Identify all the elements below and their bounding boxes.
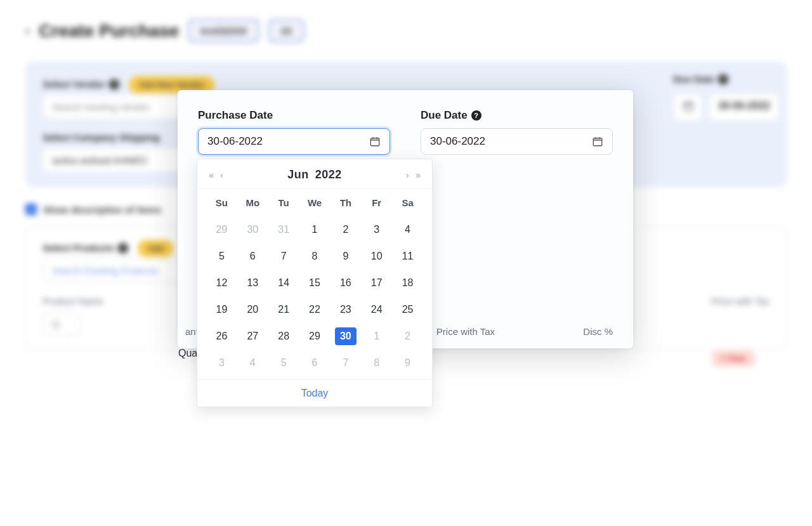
vendor-search-input[interactable]: Search existing Vendor — [43, 95, 195, 119]
calendar-day[interactable]: 29 — [206, 221, 237, 239]
calendar-day[interactable]: 22 — [299, 301, 331, 319]
calendar-day[interactable]: 17 — [361, 274, 392, 292]
calendar-day[interactable]: 19 — [206, 301, 237, 319]
calendar-day[interactable]: 3 — [206, 354, 237, 372]
calendar-day[interactable]: 20 — [237, 301, 268, 319]
help-icon[interactable]: ? — [109, 79, 119, 89]
calendar-day[interactable]: 7 — [268, 247, 299, 265]
svg-rect-2 — [593, 138, 602, 146]
calendar-dow: We — [299, 194, 331, 212]
help-icon[interactable]: ? — [718, 74, 728, 84]
calendar-day[interactable]: 23 — [330, 301, 361, 319]
calendar-day[interactable]: 12 — [206, 274, 237, 292]
add-product-button[interactable]: Add — [138, 240, 174, 257]
product-search-input[interactable]: Search Existing Products — [43, 258, 195, 283]
calendar-dow: Sa — [392, 194, 423, 212]
help-icon[interactable]: ? — [118, 243, 128, 253]
page-title: Create Purchase — [39, 21, 179, 41]
calendar-day[interactable]: 29 — [299, 327, 331, 345]
purchase-date-label: Purchase Date — [198, 109, 390, 122]
calendar-day[interactable]: 7 — [330, 354, 361, 372]
calendar-day[interactable]: 31 — [268, 221, 299, 239]
calendar-day[interactable]: 18 — [392, 274, 423, 292]
today-link[interactable]: Today — [301, 388, 329, 398]
calendar-year[interactable]: 2022 — [315, 168, 342, 181]
due-date-label-bg: Due Date ? — [673, 74, 728, 84]
calendar-day[interactable]: 2 — [392, 327, 423, 345]
calendar-day[interactable]: 13 — [237, 274, 268, 292]
calendar-day[interactable]: 4 — [237, 354, 268, 372]
col-disc: Disc % — [583, 326, 613, 337]
tag-2[interactable]: 23 — [268, 19, 304, 43]
calendar-day[interactable]: 5 — [206, 247, 237, 265]
calendar-day[interactable]: 5 — [268, 354, 299, 372]
q-input[interactable]: Q — [43, 312, 81, 336]
due-date-label: Due Date ? — [421, 109, 613, 122]
calendar-day[interactable]: 15 — [299, 274, 331, 292]
checkbox-icon: ✓ — [25, 204, 37, 215]
calendar-dow: Th — [330, 194, 361, 212]
calendar-dow: Tu — [268, 194, 299, 212]
calendar-grid: SuMoTuWeThFrSa29303112345678910111213141… — [197, 188, 432, 379]
calendar-day[interactable]: 26 — [206, 327, 237, 345]
calendar-day[interactable]: 9 — [330, 247, 361, 265]
calendar-icon — [369, 136, 381, 147]
shipping-label: Select Company Shipping — [43, 132, 160, 143]
quantity-label: QuantityQua — [178, 348, 197, 359]
calendar-day[interactable]: 27 — [237, 327, 268, 345]
calendar-day[interactable]: 1 — [299, 221, 331, 239]
calendar-day[interactable]: 6 — [299, 354, 331, 372]
calendar-dow: Fr — [361, 194, 392, 212]
col-price-with-tax: Price with Tax — [711, 296, 769, 306]
calendar-day[interactable]: 3 — [361, 221, 392, 239]
calendar-day[interactable]: 30 — [237, 221, 268, 239]
calendar-day[interactable]: 25 — [392, 301, 423, 319]
calendar-day[interactable]: 28 — [268, 327, 299, 345]
clear-button[interactable]: × Clear — [712, 350, 755, 367]
calendar-day[interactable]: 8 — [299, 247, 331, 265]
calendar-day[interactable]: 16 — [330, 274, 361, 292]
calendar-day[interactable]: 24 — [361, 301, 392, 319]
prev-year-button[interactable]: « — [209, 169, 214, 180]
calendar-day[interactable]: 4 — [392, 221, 423, 239]
calendar-dow: Mo — [237, 194, 268, 212]
select-products-label: Select Products ? — [43, 242, 128, 253]
back-chevron-icon[interactable]: ‹ — [25, 23, 30, 39]
calendar-day[interactable]: 11 — [392, 247, 423, 265]
calendar-day[interactable]: 1 — [361, 327, 392, 345]
select-vendor-label: Select Vendor ? — [43, 79, 119, 89]
next-year-button[interactable]: » — [416, 169, 421, 180]
calendar-day[interactable]: 6 — [237, 247, 268, 265]
calendar-day[interactable]: 2 — [330, 221, 361, 239]
calendar-day[interactable]: 9 — [392, 354, 423, 372]
col-price-with-tax: Price with Tax — [436, 326, 495, 337]
due-date-value-bg: 30-06-2022 — [709, 93, 780, 121]
calendar-icon-box[interactable] — [673, 93, 702, 121]
calendar-month[interactable]: Jun — [287, 168, 309, 181]
help-icon[interactable]: ? — [471, 110, 481, 121]
purchase-date-input[interactable]: 30-06-2022 — [198, 128, 390, 155]
calendar-popup: « ‹ Jun 2022 › » SuMoTuWeThFrSa293031123… — [197, 159, 433, 407]
svg-rect-0 — [684, 103, 693, 110]
calendar-icon — [592, 136, 603, 147]
next-month-button[interactable]: › — [406, 169, 409, 180]
calendar-day[interactable]: 30 — [335, 327, 357, 345]
calendar-dow: Su — [206, 194, 237, 212]
calendar-day[interactable]: 14 — [268, 274, 299, 292]
calendar-day[interactable]: 21 — [268, 301, 299, 319]
due-date-input[interactable]: 30-06-2022 — [421, 128, 613, 155]
svg-rect-1 — [370, 138, 379, 146]
tag-1[interactable]: text/22/23/ — [188, 19, 259, 43]
prev-month-button[interactable]: ‹ — [220, 169, 223, 180]
calendar-day[interactable]: 8 — [361, 354, 392, 372]
col-product-name: Product Name — [43, 296, 103, 306]
calendar-day[interactable]: 10 — [361, 247, 392, 265]
